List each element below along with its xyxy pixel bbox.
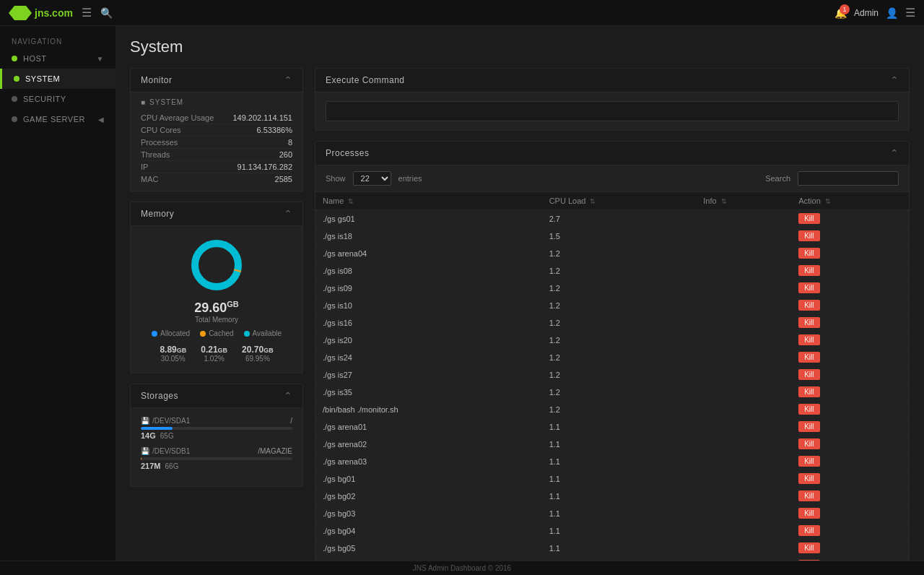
proc-action: Kill: [791, 280, 909, 297]
monitor-row: IP91.134.176.282: [141, 161, 292, 173]
host-dot: [12, 56, 17, 61]
kill-button[interactable]: Kill: [798, 352, 819, 363]
storages-title: Storages: [141, 391, 178, 401]
memory-collapse-icon[interactable]: ⌃: [284, 208, 292, 220]
hamburger-icon[interactable]: ☰: [82, 6, 92, 20]
legend-cached: Cached: [200, 329, 233, 337]
sidebar-item-host[interactable]: HOST ▼: [0, 48, 116, 69]
proc-action: Kill: [791, 210, 909, 228]
kill-button[interactable]: Kill: [798, 369, 819, 380]
storages-card: Storages ⌃ 💾 /DEV/SDA1 /: [130, 384, 303, 487]
proc-cpu: 1.1: [542, 522, 697, 540]
svg-point-2: [195, 243, 238, 287]
proc-action: Kill: [791, 384, 909, 401]
two-col-layout: Monitor ⌃ ■ SYSTEM CPU Average Usage149.…: [130, 68, 910, 561]
storage-bar-fill-sdb1: [141, 457, 141, 460]
monitor-section-icon: ■: [141, 98, 145, 106]
col-action: Action ⇅: [791, 192, 909, 210]
sidebar-label-host: HOST: [23, 54, 47, 63]
sidebar-item-system[interactable]: SYSTEM: [0, 69, 116, 89]
table-row: ./gs bg05 1.1 Kill: [315, 540, 909, 557]
proc-cpu: 1.2: [542, 297, 697, 314]
proc-action: Kill: [791, 488, 909, 505]
kill-button[interactable]: Kill: [798, 282, 819, 293]
table-row: ./gs bg04 1.1 Kill: [315, 522, 909, 540]
storage-size-sda1: 14G 65G: [141, 431, 292, 440]
proc-info: [696, 332, 791, 349]
stat-allocated-val: 8.89GB: [160, 345, 186, 355]
monitor-key: IP: [141, 163, 148, 171]
proc-cpu: 1.2: [542, 314, 697, 332]
kill-button[interactable]: Kill: [798, 525, 819, 536]
monitor-title: Monitor: [141, 75, 173, 85]
entries-select[interactable]: 22 10 50 100: [353, 171, 391, 186]
topbar-menu-icon[interactable]: ☰: [905, 6, 915, 20]
kill-button[interactable]: Kill: [798, 300, 819, 311]
legend-label-available: Available: [253, 329, 282, 337]
storage-device-sdb1: 💾 /DEV/SDB1: [141, 447, 190, 455]
processes-card: Processes ⌃ Show 22 10 50 100 entries Se…: [315, 141, 910, 561]
sort-icon-info: ⇅: [721, 198, 727, 205]
kill-button[interactable]: Kill: [798, 542, 819, 553]
proc-name: ./gs is16: [315, 314, 542, 332]
kill-button[interactable]: Kill: [798, 230, 819, 241]
logo-text: jns.com: [35, 7, 73, 19]
memory-total-value: 29.60GB: [194, 301, 239, 315]
proc-cpu: 1.1: [542, 418, 697, 436]
memory-title: Memory: [141, 209, 174, 219]
processes-collapse-icon[interactable]: ⌃: [890, 147, 899, 159]
sidebar: Navigation HOST ▼ SYSTEM SECURITY GAME S…: [0, 26, 116, 561]
proc-name: ./gs is27: [315, 366, 542, 384]
search-icon[interactable]: 🔍: [100, 7, 113, 19]
kill-button[interactable]: Kill: [798, 213, 819, 224]
exec-collapse-icon[interactable]: ⌃: [890, 74, 899, 86]
monitor-val: 2585: [275, 175, 292, 183]
storages-card-body: 💾 /DEV/SDA1 / 14G 65G: [131, 408, 302, 486]
legend-available: Available: [244, 329, 282, 337]
legend-allocated: Allocated: [152, 329, 190, 337]
monitor-section: ■ SYSTEM: [141, 98, 292, 106]
kill-button[interactable]: Kill: [798, 265, 819, 276]
monitor-collapse-icon[interactable]: ⌃: [284, 74, 292, 86]
kill-button[interactable]: Kill: [798, 438, 819, 449]
sidebar-item-security[interactable]: SECURITY: [0, 89, 116, 109]
kill-button[interactable]: Kill: [798, 386, 819, 397]
table-row: ./gs bg01 1.1 Kill: [315, 470, 909, 488]
legend-dot-available: [244, 331, 250, 337]
topbar-left: jns.com ☰ 🔍: [9, 6, 113, 20]
kill-button[interactable]: Kill: [798, 490, 819, 501]
kill-button[interactable]: Kill: [798, 421, 819, 432]
proc-action: Kill: [791, 366, 909, 384]
proc-info: [696, 470, 791, 488]
proc-info: [696, 384, 791, 401]
kill-button[interactable]: Kill: [798, 456, 819, 467]
kill-button[interactable]: Kill: [798, 404, 819, 415]
kill-button[interactable]: Kill: [798, 334, 819, 345]
footer: JNS Admin Dashboard © 2016: [0, 561, 924, 575]
memory-total-label: Total Memory: [194, 316, 239, 324]
proc-name: ./gs arena01: [315, 418, 542, 436]
monitor-card-body: ■ SYSTEM CPU Average Usage149.202.114.15…: [131, 92, 302, 191]
exec-command-input[interactable]: [326, 101, 899, 121]
notification-bell[interactable]: 🔔 1: [834, 7, 847, 19]
search-input[interactable]: [798, 171, 899, 186]
exec-card-header: Execute Command ⌃: [315, 69, 909, 92]
processes-table: Name ⇅ CPU Load ⇅ Info ⇅ Action ⇅ ./gs g…: [315, 192, 909, 561]
monitor-card-header: Monitor ⌃: [131, 69, 302, 92]
processes-card-header: Processes ⌃: [315, 142, 909, 165]
kill-button[interactable]: Kill: [798, 473, 819, 484]
proc-name: ./gs arena02: [315, 436, 542, 453]
storages-collapse-icon[interactable]: ⌃: [284, 390, 292, 402]
proc-action: Kill: [791, 314, 909, 332]
table-row: /bin/bash ./monitor.sh 1.2 Kill: [315, 401, 909, 418]
memory-donut: [188, 236, 245, 294]
monitor-row: CPU Cores6.53386%: [141, 124, 292, 137]
proc-info: [696, 488, 791, 505]
table-row: ./gs arena02 1.1 Kill: [315, 436, 909, 453]
kill-button[interactable]: Kill: [798, 248, 819, 259]
stat-cached-val: 0.21GB: [201, 345, 227, 355]
proc-cpu: 1.2: [542, 349, 697, 366]
sidebar-item-game-server[interactable]: GAME SERVER ◀: [0, 109, 116, 129]
kill-button[interactable]: Kill: [798, 508, 819, 519]
kill-button[interactable]: Kill: [798, 317, 819, 328]
